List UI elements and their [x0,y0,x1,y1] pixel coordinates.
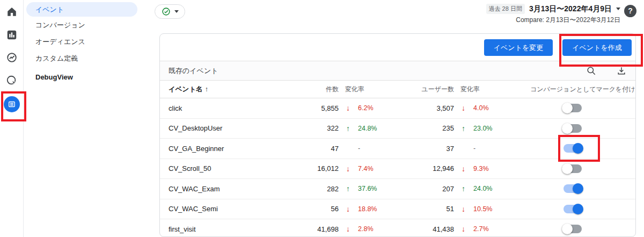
sidebar-item-debugview[interactable]: DebugView [24,69,155,85]
event-name: CV_DesktopUser [160,124,289,132]
home-icon[interactable] [6,6,18,18]
table-title: 既存のイベント [169,66,586,76]
column-header-users-change: 変化率 [454,85,530,94]
users-change-value: - [473,145,475,152]
event-users: 51 [415,205,454,213]
trend-arrow-icon: ↓ [345,205,351,213]
event-count: 282 [289,185,339,193]
toggle-knob [562,163,573,174]
sidebar-item-audiences[interactable]: オーディエンス [24,33,155,50]
explore-icon[interactable] [6,52,18,63]
report-sidebar: イベント コンバージョン オーディエンス カスタム定義 DebugView [24,0,155,237]
help-icon[interactable]: ? [624,5,636,17]
toggle-knob [573,143,583,154]
conversion-toggle[interactable] [564,164,582,173]
event-name: CV_WAC_Exam [160,185,289,193]
table-row: CV_Scroll_50 16,012 ↓ 7.4% 12,946 ↓ 9.3% [160,159,635,179]
column-header-count-change: 変化率 [339,85,415,94]
sidebar-item-events[interactable]: イベント [26,2,137,17]
event-count: 16,012 [289,164,339,173]
count-change-cell: - [339,145,415,152]
mark-cell [530,144,635,153]
configure-icon[interactable] [4,96,20,112]
sort-ascending-icon: ↑ [205,85,208,93]
event-users: 41,438 [415,225,454,233]
event-name: CV_GA_Beginner [160,145,289,153]
count-change-cell: ↓ 7.4% [339,164,415,173]
users-change-cell: ↓ 4.0% [454,104,530,112]
table-row: CV_DesktopUser 322 ↑ 24.8% 235 ↑ 23.0% [160,119,635,139]
event-users: 207 [415,185,454,193]
trend-arrow-icon: ↑ [345,124,351,133]
event-name: click [160,104,289,112]
conversion-toggle[interactable] [564,225,582,233]
sidebar-item-custom-definitions[interactable]: カスタム定義 [24,50,155,67]
users-change-value: 2.7% [473,225,489,233]
advertising-icon[interactable] [6,75,18,87]
users-change-cell: ↑ 23.0% [454,124,530,133]
count-change-value: 18.8% [358,205,377,213]
conversion-toggle[interactable] [564,205,582,213]
reports-icon[interactable] [6,29,18,41]
count-change-cell: ↑ 37.6% [339,184,415,193]
search-icon[interactable] [586,66,597,76]
conversion-toggle[interactable] [564,124,582,133]
modify-event-button[interactable]: イベントを変更 [484,39,553,56]
users-change-value: 4.0% [473,104,489,112]
count-change-value: 6.2% [358,104,374,112]
count-change-value: 37.6% [358,185,377,192]
trend-arrow-icon: ↓ [460,225,466,233]
toggle-knob [573,183,583,194]
count-change-cell: ↓ 6.2% [339,104,415,112]
date-range-picker[interactable]: 過去 28 日間 3月13日〜2022年4月9日 Compare: 2月13日〜… [486,4,620,25]
mark-cell [530,104,635,112]
compare-range-text: Compare: 2月13日〜2022年3月12日 [486,16,620,25]
event-count: 5,855 [289,104,339,112]
table-row: CV_GA_Beginner 47 - 37 - [160,139,635,159]
mark-cell [530,164,635,173]
trend-arrow-icon: ↓ [345,225,351,233]
table-body: click 5,855 ↓ 6.2% 3,507 ↓ 4.0% CV_Deskt… [160,98,635,237]
users-change-value: 23.0% [473,125,492,132]
event-name: first_visit [160,225,289,233]
data-quality-dropdown[interactable] [155,4,185,19]
users-change-cell: - [454,145,530,152]
users-change-cell: ↓ 2.7% [454,225,530,233]
event-name: CV_Scroll_50 [160,164,289,173]
count-change-cell: ↑ 24.8% [339,124,415,133]
users-change-value: 24.0% [473,185,492,192]
toggle-knob [562,103,573,113]
toggle-knob [562,123,573,134]
event-count: 47 [289,145,339,153]
event-count: 41,698 [289,225,339,233]
sidebar-item-conversions[interactable]: コンバージョン [24,17,155,33]
users-change-value: 9.3% [473,165,489,173]
column-header-count[interactable]: 件数 [289,85,339,94]
event-count: 56 [289,205,339,213]
count-change-value: 7.4% [358,165,374,173]
download-icon[interactable] [616,66,627,76]
chevron-down-icon [174,10,179,13]
toggle-knob [573,204,583,214]
conversion-toggle[interactable] [564,144,582,153]
ga4-events-page: イベント コンバージョン オーディエンス カスタム定義 DebugView 過去… [0,0,644,237]
create-event-button[interactable]: イベントを作成 [562,39,632,56]
trend-arrow-icon: ↑ [345,184,351,193]
event-name: CV_WAC_Semi [160,205,289,213]
date-range-text: 3月13日〜2022年4月9日 [529,4,612,14]
table-row: first_visit 41,698 ↓ 2.8% 41,438 ↓ 2.7% [160,219,635,237]
count-change-cell: ↓ 18.8% [339,205,415,213]
table-row: CV_WAC_Semi 56 ↓ 18.8% 51 ↓ 10.5% [160,199,635,220]
column-header-event-name[interactable]: イベント名↑ [160,85,289,94]
nav-rail [0,0,24,237]
card-actions-row: イベントを変更 イベントを作成 [160,34,635,61]
check-circle-icon [162,7,171,16]
events-card: イベントを変更 イベントを作成 既存のイベント イベント名↑ 件数 変化率 ユー… [159,33,636,237]
column-header-users[interactable]: ユーザー数 [415,85,454,94]
mark-cell [530,205,635,213]
conversion-toggle[interactable] [564,104,582,112]
conversion-toggle[interactable] [564,184,582,193]
table-row: click 5,855 ↓ 6.2% 3,507 ↓ 4.0% [160,98,635,119]
column-header-mark-as-conversion: コンバージョンとしてマークを付ける? [530,85,636,94]
table-toolbar: 既存のイベント [160,61,635,81]
